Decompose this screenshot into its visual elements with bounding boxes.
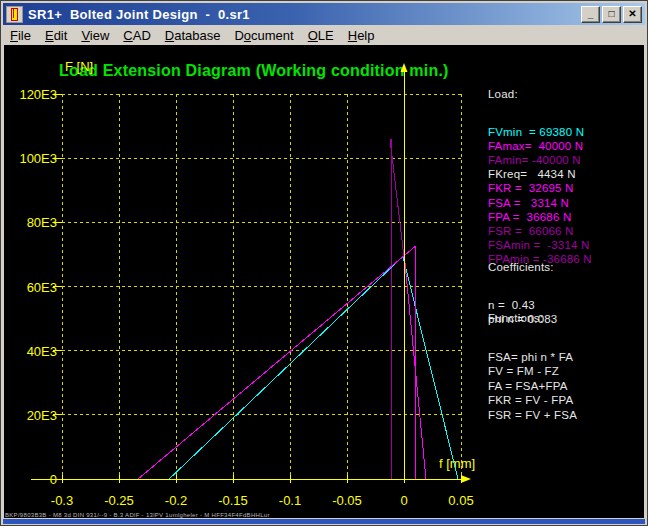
y-tick-label: 80E3 xyxy=(9,215,57,230)
functions-panel: Functions: FSA= phi n * FAFV = FM - FZFA… xyxy=(488,288,577,423)
x-tick-label: 0 xyxy=(378,493,430,508)
status-text: BKP/9803B3B - M8 3d DIN 931/--9 - B.3 AD… xyxy=(5,512,270,518)
menu-item-database[interactable]: Database xyxy=(158,26,228,45)
bottom-border-strip xyxy=(3,519,645,524)
load-value-line: FPA = 36686 N xyxy=(488,211,592,225)
menu-item-edit[interactable]: Edit xyxy=(38,26,74,45)
chart-title: Load Extension Diagram (Working conditio… xyxy=(59,62,449,80)
x-tick-label: -0.25 xyxy=(93,493,145,508)
minimize-button[interactable]: _ xyxy=(581,6,600,23)
load-value-line: FVmin = 69380 N xyxy=(488,126,592,140)
y-tick-label: 40E3 xyxy=(9,344,57,359)
functions-header: Functions: xyxy=(488,312,577,327)
window-title: SR1+ Bolted Joint Design - 0.sr1 xyxy=(28,7,250,22)
close-button[interactable]: ✕ xyxy=(623,6,642,23)
x-tick-label: -0.2 xyxy=(150,493,202,508)
function-line: FSR = FV + FSA xyxy=(488,409,577,424)
x-axis-title: f [mm] xyxy=(439,456,475,471)
y-tick-label: 0 xyxy=(9,472,57,487)
x-tick-label: -0.1 xyxy=(264,493,316,508)
y-tick-label: 100E3 xyxy=(9,151,57,166)
load-value-line: FKR = 32695 N xyxy=(488,182,592,196)
load-value-line: FAmax= 40000 N xyxy=(488,140,592,154)
load-header: Load: xyxy=(488,88,592,102)
y-tick-label: 20E3 xyxy=(9,408,57,423)
title-bar[interactable]: SR1+ Bolted Joint Design - 0.sr1 _ □ ✕ xyxy=(3,3,645,25)
load-value-line: FSA = 3314 N xyxy=(488,197,592,211)
window-controls: _ □ ✕ xyxy=(581,6,645,23)
bolt-icon xyxy=(11,8,18,21)
x-tick-label: 0.05 xyxy=(435,493,487,508)
load-value-line: FAmin= -40000 N xyxy=(488,154,592,168)
menu-item-help[interactable]: Help xyxy=(341,26,382,45)
load-value-line: FKreq= 4434 N xyxy=(488,168,592,182)
coefficients-header: Coefficients: xyxy=(488,261,557,275)
function-line: FA = FSA+FPA xyxy=(488,380,577,395)
y-axis-title: F [N] xyxy=(65,59,93,74)
menu-item-view[interactable]: View xyxy=(74,26,116,45)
x-tick-label: -0.15 xyxy=(207,493,259,508)
menu-item-file[interactable]: File xyxy=(3,26,38,45)
app-icon[interactable] xyxy=(6,6,23,23)
x-tick-label: -0.05 xyxy=(321,493,373,508)
menu-item-document[interactable]: Document xyxy=(227,26,300,45)
function-line: FSA= phi n * FA xyxy=(488,351,577,366)
maximize-button[interactable]: □ xyxy=(602,6,621,23)
menu-item-ole[interactable]: OLE xyxy=(301,26,341,45)
app-window: SR1+ Bolted Joint Design - 0.sr1 _ □ ✕ F… xyxy=(0,0,648,526)
y-tick-label: 120E3 xyxy=(9,87,57,102)
x-tick-label: -0.3 xyxy=(36,493,88,508)
menu-item-cad[interactable]: CAD xyxy=(116,26,157,45)
function-line: FKR = FV - FPA xyxy=(488,394,577,409)
y-tick-label: 60E3 xyxy=(9,280,57,295)
menu-bar: FileEditViewCADDatabaseDocumentOLEHelp xyxy=(3,25,645,45)
function-line: FV = FM - FZ xyxy=(488,365,577,380)
